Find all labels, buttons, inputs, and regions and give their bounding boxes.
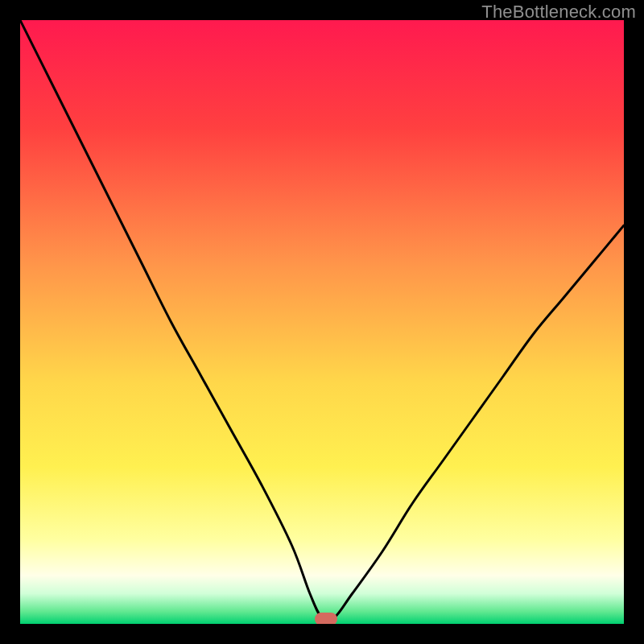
frame: TheBottleneck.com (0, 0, 644, 644)
watermark-label: TheBottleneck.com (481, 2, 636, 23)
optimum-marker (315, 613, 337, 624)
plot-area (20, 20, 624, 624)
bottleneck-curve (20, 20, 624, 624)
